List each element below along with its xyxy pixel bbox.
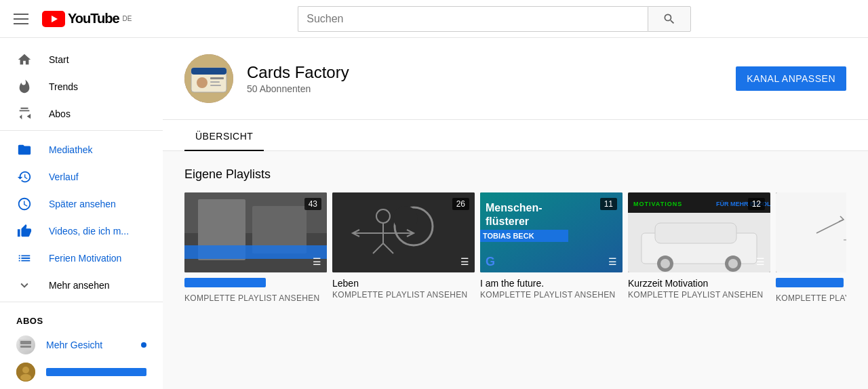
country-code: DE: [123, 15, 132, 22]
sidebar-item-verlauf-label: Verlauf: [49, 171, 79, 182]
playlist-action-1: KOMPLETTE PLAYLIST ANSEHEN: [184, 293, 327, 303]
sidebar-item-start[interactable]: Start: [0, 46, 163, 73]
channel-header: Cards Factory 50 Abonnenten KANAL ANPASS…: [163, 38, 868, 120]
sidebar-item-mediathek[interactable]: Mediathek: [0, 136, 163, 163]
svg-point-6: [22, 367, 29, 373]
channel-avatar-image: [184, 54, 233, 103]
sidebar-item-trends[interactable]: Trends: [0, 73, 163, 100]
youtube-logo-icon: [42, 11, 65, 27]
history-icon: [16, 169, 33, 185]
playlist-title-1: [184, 278, 266, 287]
chevron-down-icon: [16, 277, 33, 293]
youtube-logo[interactable]: YouTubeDE: [42, 11, 132, 27]
sidebar-item-spaeter-label: Später ansehen: [49, 199, 116, 209]
sidebar-library-section: Mediathek Verlauf Später ansehen Videos,…: [0, 134, 163, 302]
channel-avatar-svg: [184, 54, 233, 103]
svg-point-43: [660, 259, 670, 268]
sidebar-item-mehr[interactable]: Mehr ansehen: [0, 272, 163, 299]
playlist-count-3: 11: [600, 198, 617, 210]
sidebar-item-abos[interactable]: Abos: [0, 100, 163, 127]
sidebar-item-start-label: Start: [49, 54, 69, 65]
svg-text:TOBIAS BECK: TOBIAS BECK: [483, 232, 534, 240]
sidebar-item-abos-label: Abos: [49, 108, 71, 119]
abos-item-1[interactable]: Mehr Gesicht: [0, 331, 163, 359]
svg-rect-12: [210, 77, 224, 79]
abos-avatar-2: [16, 363, 35, 382]
svg-text:G: G: [486, 255, 495, 268]
playlist-thumb-3: Menschen- flüsterer TOBIAS BECK G 11 ☰: [480, 192, 623, 272]
sidebar-item-liked-label: Videos, die ich m...: [49, 226, 129, 237]
sidebar-item-spaeter[interactable]: Später ansehen: [0, 190, 163, 218]
abos-label-2: [46, 368, 146, 376]
playlist-card-3[interactable]: Menschen- flüsterer TOBIAS BECK G 11 ☰ I…: [480, 192, 623, 303]
playlist-card-4[interactable]: MOTIVATIONS FÜR MEHR ERFOLG 12 ☰ Kurzzei…: [628, 192, 770, 303]
svg-rect-4: [20, 346, 31, 348]
abos-avatar-img-1: [19, 340, 33, 350]
playlist-card-2[interactable]: 26 ☰ Leben KOMPLETTE PLAYLIST ANSEHEN: [332, 192, 475, 303]
header: YouTubeDE: [0, 0, 868, 38]
playlist-title-4: Kurzzeit Motivation: [628, 278, 770, 289]
playlist-list-icon-4: ☰: [756, 256, 765, 267]
playlist-count-1: 43: [304, 198, 321, 210]
playlists-grid: 43 ☰ KOMPLETTE PLAYLIST ANSEHEN: [184, 192, 846, 303]
svg-text:Menschen-: Menschen-: [486, 202, 542, 213]
sidebar-item-ferien[interactable]: Ferien Motivation: [0, 245, 163, 272]
abos-item-2[interactable]: [0, 359, 163, 386]
thumb-up-icon: [16, 223, 33, 239]
svg-point-22: [393, 206, 418, 230]
channel-avatar: [184, 54, 233, 103]
tab-ubersicht[interactable]: ÜBERSICHT: [184, 120, 264, 151]
kanal-anpassen-button[interactable]: KANAL ANPASSEN: [736, 66, 846, 91]
channel-tabs: ÜBERSICHT: [163, 120, 868, 151]
channel-name: Cards Factory: [247, 63, 349, 82]
sidebar-item-mediathek-label: Mediathek: [49, 144, 93, 155]
search-input[interactable]: [298, 6, 648, 32]
hamburger-menu-button[interactable]: [11, 11, 31, 27]
home-icon: [16, 52, 33, 68]
svg-rect-13: [210, 81, 220, 83]
svg-point-45: [728, 259, 738, 268]
playlist-action-4: KOMPLETTE PLAYLIST ANSEHEN: [628, 290, 770, 300]
svg-point-11: [197, 77, 208, 88]
sidebar-item-liked[interactable]: Videos, die ich m...: [0, 218, 163, 245]
playlist-thumb-svg-5: [776, 192, 846, 272]
playlist-list-icon-3: ☰: [608, 256, 617, 267]
svg-point-7: [20, 374, 31, 381]
channel-subscribers: 50 Abonnenten: [247, 83, 349, 94]
search-form: [298, 6, 691, 32]
sidebar-item-verlauf[interactable]: Verlauf: [0, 163, 163, 190]
folder-icon: [16, 142, 33, 158]
svg-rect-19: [184, 245, 327, 259]
sidebar-item-trends-label: Trends: [49, 81, 78, 92]
sidebar-item-ferien-label: Ferien Motivation: [49, 253, 121, 264]
header-center: [132, 6, 857, 32]
playlist-thumb-2: 26 ☰: [332, 192, 475, 272]
playlist-list-icon-2: ☰: [460, 256, 469, 267]
channel-text: Cards Factory 50 Abonnenten: [247, 63, 349, 94]
playlist-card-5[interactable]: ☰ KOMPLETTE PLAYLIST ANS...: [776, 192, 846, 303]
sidebar-nav-section: Start Trends Abos: [0, 43, 163, 131]
playlist-action-5: KOMPLETTE PLAYLIST ANS...: [776, 293, 846, 303]
playlist-icon: [16, 250, 33, 266]
playlist-title-2: Leben: [332, 278, 475, 289]
playlist-count-4: 12: [748, 198, 765, 210]
playlists-section: Eigene Playlists 43 ☰ KOMPLETTE PLAYL: [163, 151, 868, 389]
playlist-card-1[interactable]: 43 ☰ KOMPLETTE PLAYLIST ANSEHEN: [184, 192, 327, 303]
playlist-thumb-5: ☰: [776, 192, 846, 272]
svg-rect-46: [776, 192, 846, 272]
sidebar-item-mehr-label: Mehr ansehen: [49, 280, 110, 291]
sidebar-abos-section: ABOS Mehr Gesicht: [0, 305, 163, 389]
svg-rect-3: [20, 341, 31, 344]
youtube-wordmark: YouTube: [68, 11, 119, 26]
playlist-title-5: [776, 278, 844, 287]
abos-avatar-img-2: [16, 363, 35, 382]
search-icon: [663, 12, 676, 26]
playlists-section-title: Eigene Playlists: [184, 167, 846, 182]
playlist-list-icon-1: ☰: [313, 256, 321, 267]
flame-icon: [16, 79, 33, 95]
playlist-thumb-1: 43 ☰: [184, 192, 327, 272]
abos-title: ABOS: [0, 310, 163, 331]
svg-rect-14: [210, 85, 221, 86]
playlist-action-3: KOMPLETTE PLAYLIST ANSEHEN: [480, 290, 623, 300]
search-button[interactable]: [648, 6, 691, 32]
